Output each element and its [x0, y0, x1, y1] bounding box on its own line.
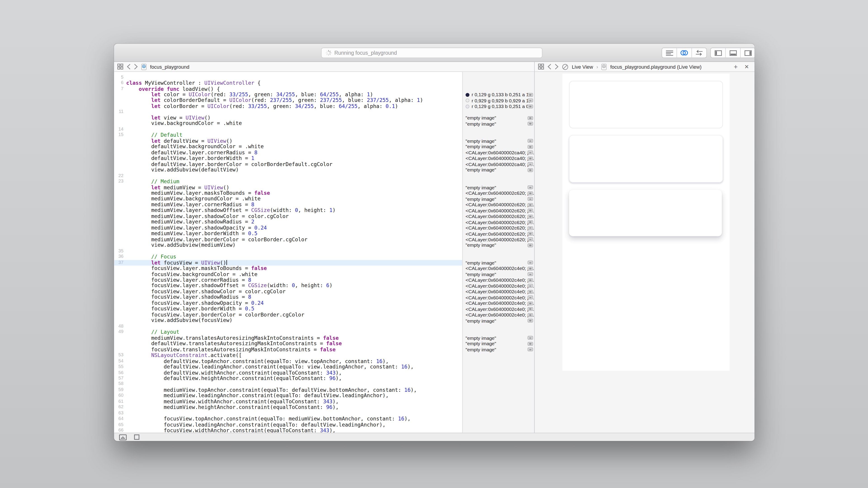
code-line[interactable]: let color = UIColor(red: 33/255, green: …	[114, 92, 462, 98]
show-result-button[interactable]	[528, 319, 533, 323]
code-line[interactable]: 11	[114, 109, 462, 115]
show-result-button[interactable]	[528, 313, 533, 317]
code-line[interactable]: mediumView.translatesAutoresizingMaskInt…	[114, 335, 462, 341]
code-line[interactable]: focusView.translatesAutoresizingMaskInto…	[114, 347, 462, 353]
code-line[interactable]: 54 defaultView.topAnchor.constraint(equa…	[114, 358, 462, 364]
show-result-button[interactable]	[528, 295, 533, 299]
code-line[interactable]: 64 focusView.topAnchor.constraint(equalT…	[114, 416, 462, 422]
code-line[interactable]: focusView.layer.borderColor = colorBorde…	[114, 312, 462, 318]
show-result-button[interactable]	[528, 122, 533, 126]
code-editor[interactable]: 56class MyViewController : UIViewControl…	[114, 72, 462, 433]
code-line[interactable]: mediumView.backgroundColor = .white	[114, 196, 462, 202]
show-result-button[interactable]	[528, 203, 533, 207]
version-editor-button[interactable]	[692, 48, 706, 58]
toggle-inspectors-button[interactable]	[741, 48, 754, 58]
code-line[interactable]: view.backgroundColor = .white	[114, 121, 462, 127]
code-line[interactable]: 61 mediumView.widthAnchor.constraint(equ…	[114, 399, 462, 404]
show-result-button[interactable]	[528, 191, 533, 195]
code-line[interactable]: 58	[114, 381, 462, 387]
code-line[interactable]: 23 // Medium	[114, 179, 462, 185]
code-line[interactable]: 65 focusView.leadingAnchor.constraint(eq…	[114, 422, 462, 428]
code-line[interactable]: view.addSubview(focusView)	[114, 318, 462, 324]
code-line[interactable]: view.addSubview(mediumView)	[114, 242, 462, 248]
show-result-button[interactable]	[528, 348, 533, 352]
forward-chevron-icon[interactable]	[555, 64, 559, 70]
assistant-file-label[interactable]: focus_playground.playground (Live View)	[610, 64, 702, 69]
show-result-button[interactable]	[528, 215, 533, 218]
show-result-button[interactable]	[528, 278, 533, 282]
show-result-button[interactable]	[528, 232, 533, 236]
show-result-button[interactable]	[528, 104, 533, 108]
code-line[interactable]: 59 mediumView.topAnchor.constraint(equal…	[114, 387, 462, 393]
code-line[interactable]: 60 mediumView.leadingAnchor.constraint(e…	[114, 393, 462, 399]
stop-square-icon[interactable]	[134, 434, 140, 440]
code-line[interactable]: 14	[114, 127, 462, 132]
live-view-toggle-icon[interactable]	[119, 434, 127, 440]
code-line[interactable]: focusView.layer.shadowOffset = CGSize(wi…	[114, 283, 462, 289]
code-line[interactable]: let view = UIView()	[114, 115, 462, 121]
counterparts-circles-icon[interactable]	[562, 63, 568, 70]
related-items-grid-icon[interactable]	[117, 64, 123, 70]
show-result-button[interactable]	[528, 162, 533, 166]
code-line[interactable]: focusView.layer.cornerRadius = 8	[114, 277, 462, 283]
show-result-button[interactable]	[528, 238, 533, 241]
show-result-button[interactable]	[528, 197, 533, 201]
code-line[interactable]: 5	[114, 74, 462, 80]
code-line[interactable]: defaultView.translatesAutoresizingMaskIn…	[114, 341, 462, 347]
back-chevron-icon[interactable]	[127, 64, 131, 70]
code-line[interactable]: 15 // Default	[114, 132, 462, 138]
related-items-grid-icon[interactable]	[538, 64, 544, 70]
jumpbar-section-label[interactable]: Live View	[572, 64, 593, 69]
show-result-button[interactable]	[528, 284, 533, 288]
code-line[interactable]: defaultView.layer.cornerRadius = 8	[114, 150, 462, 156]
code-line[interactable]: mediumView.layer.shadowColor = color.cgC…	[114, 214, 462, 219]
code-line[interactable]: 48	[114, 324, 462, 329]
code-line[interactable]: 36 // Focus	[114, 254, 462, 260]
code-line[interactable]: let colorBorder = UIColor(red: 33/255, g…	[114, 103, 462, 109]
code-line[interactable]: mediumView.layer.borderWidth = 0.5	[114, 231, 462, 237]
code-line[interactable]: let colorBorderDefault = UIColor(red: 23…	[114, 98, 462, 103]
show-result-button[interactable]	[528, 93, 533, 97]
toggle-debug-area-button[interactable]	[726, 48, 741, 58]
show-result-button[interactable]	[528, 243, 533, 247]
show-result-button[interactable]	[528, 220, 533, 224]
code-line[interactable]: 56 defaultView.widthAnchor.constraint(eq…	[114, 370, 462, 376]
show-result-button[interactable]	[528, 307, 533, 311]
code-line[interactable]: 53 NSLayoutConstraint.activate([	[114, 352, 462, 358]
show-result-button[interactable]	[528, 261, 533, 265]
code-line[interactable]: 63	[114, 411, 462, 416]
show-result-button[interactable]	[528, 290, 533, 293]
code-line[interactable]: mediumView.layer.shadowRadius = 2	[114, 219, 462, 225]
close-assistant-editor-button[interactable]: ✕	[744, 64, 749, 69]
show-result-button[interactable]	[528, 116, 533, 120]
show-result-button[interactable]	[528, 151, 533, 155]
code-line[interactable]: mediumView.layer.masksToBounds = false	[114, 190, 462, 196]
show-result-button[interactable]	[528, 301, 533, 305]
show-result-button[interactable]	[528, 157, 533, 160]
show-result-button[interactable]	[528, 342, 533, 346]
code-line[interactable]: 7 override func loadView() {	[114, 86, 462, 92]
code-line[interactable]: 57 defaultView.heightAnchor.constraint(e…	[114, 376, 462, 382]
source-file-label[interactable]: focus_playground	[150, 64, 189, 69]
code-line[interactable]: focusView.layer.shadowRadius = 8	[114, 295, 462, 300]
back-chevron-icon[interactable]	[548, 64, 551, 70]
code-line[interactable]: mediumView.layer.shadowOffset = CGSize(w…	[114, 207, 462, 214]
toggle-navigator-button[interactable]	[711, 48, 725, 58]
code-line[interactable]: focusView.layer.borderWidth = 0.5	[114, 306, 462, 312]
code-line[interactable]: mediumView.layer.borderColor = colorBord…	[114, 236, 462, 242]
code-line[interactable]: let defaultView = UIView()	[114, 138, 462, 144]
show-result-button[interactable]	[528, 168, 533, 172]
show-result-button[interactable]	[528, 98, 533, 102]
code-line[interactable]: 35	[114, 248, 462, 254]
show-result-button[interactable]	[528, 226, 533, 230]
standard-editor-button[interactable]	[662, 48, 677, 58]
show-result-button[interactable]	[528, 139, 533, 143]
code-line[interactable]: 55 defaultView.leadingAnchor.constraint(…	[114, 364, 462, 370]
code-line[interactable]: focusView.layer.shadowColor = color.cgCo…	[114, 289, 462, 295]
code-line[interactable]: defaultView.layer.borderColor = colorBor…	[114, 161, 462, 167]
code-line[interactable]: defaultView.backgroundColor = .white	[114, 144, 462, 150]
show-result-button[interactable]	[528, 208, 533, 213]
code-line[interactable]: view.addSubview(defaultView)	[114, 167, 462, 173]
code-line[interactable]: mediumView.layer.shadowOpacity = 0.24	[114, 225, 462, 231]
code-line[interactable]: mediumView.layer.cornerRadius = 8	[114, 202, 462, 208]
